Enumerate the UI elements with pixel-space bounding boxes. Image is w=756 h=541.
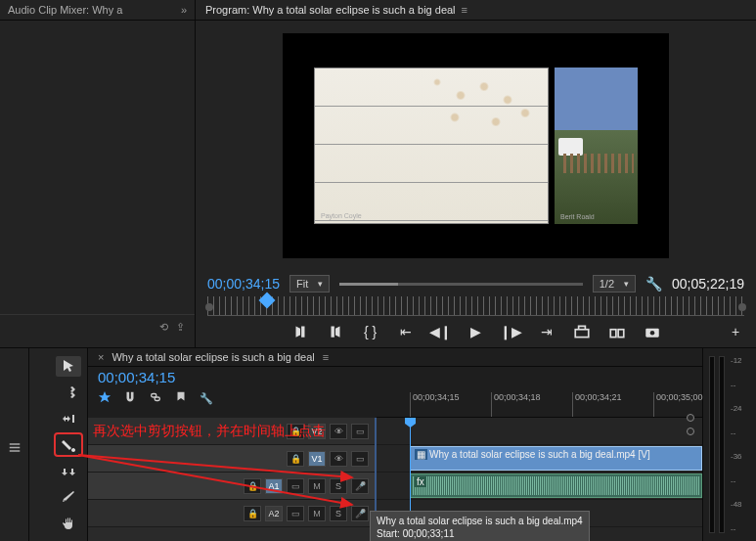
snap-icon[interactable] — [98, 390, 111, 406]
magnet-icon[interactable] — [123, 390, 137, 406]
program-title: Program: Why a total solar eclipse is su… — [205, 4, 456, 16]
timeline-ruler[interactable]: 00;00;34;15 00;00;34;18 00;00;34;21 00;0… — [377, 392, 702, 418]
export-frame-icon[interactable] — [644, 324, 661, 339]
audio-meter: -12 -- -24 -- -36 -- -48 -- — [702, 348, 756, 541]
settings-wrench-icon[interactable]: 🔧 — [200, 392, 213, 405]
panel-menu-icon[interactable]: ≡ — [462, 4, 467, 16]
timeline-timecode[interactable]: 00;00;34;15 — [88, 367, 377, 387]
annotation-text: 再次选中剪切按钮，并在时间轴上点击 — [93, 423, 326, 440]
program-scrubber[interactable] — [207, 296, 744, 316]
svg-point-4 — [649, 331, 654, 336]
preview-image-1: Payton Coyle — [314, 68, 549, 224]
extract-icon[interactable] — [608, 324, 626, 339]
scrubber-handle-end[interactable] — [738, 303, 746, 311]
annotation-arrow — [68, 430, 381, 528]
svg-rect-6 — [155, 397, 159, 401]
mark-out-icon[interactable] — [327, 324, 344, 339]
clip-tooltip: Why a total solar eclipse is such a big … — [370, 511, 590, 541]
audio-mixer-panel: Audio Clip Mixer: Why a » ⟲ ⇪ — [0, 0, 196, 347]
audio-mixer-title: Audio Clip Mixer: Why a — [8, 4, 175, 16]
current-timecode[interactable]: 00;00;34;15 — [207, 276, 280, 292]
step-forward-icon[interactable]: ❙▶ — [503, 324, 520, 339]
cycle-icon[interactable]: ⟲ — [159, 321, 168, 334]
step-back-icon[interactable]: ◀❙ — [432, 324, 450, 339]
svg-rect-2 — [618, 330, 624, 338]
meter-bar-left — [709, 356, 715, 533]
preview-image-2: Berit Roald — [555, 68, 638, 224]
fit-dropdown[interactable]: Fit▾ — [289, 275, 330, 293]
zoom-dropdown[interactable]: 1/2▾ — [593, 275, 636, 293]
mark-in-icon[interactable] — [291, 324, 309, 339]
marker-icon[interactable] — [174, 390, 188, 406]
scrubber-handle-start[interactable] — [205, 303, 213, 311]
audio-clip[interactable]: fx — [410, 473, 702, 498]
add-button-icon[interactable]: + — [727, 324, 744, 339]
track-select-tool[interactable] — [56, 383, 81, 403]
mark-clip-icon[interactable]: { } — [362, 324, 379, 339]
linked-selection-icon[interactable] — [149, 390, 162, 406]
project-panel-collapsed[interactable] — [0, 348, 29, 541]
sequence-title[interactable]: Why a total solar eclipse is such a big … — [111, 351, 314, 363]
duration-timecode: 00;05;22;19 — [672, 276, 744, 292]
share-icon[interactable]: ⇪ — [176, 321, 185, 334]
program-monitor-panel: Program: Why a total solar eclipse is su… — [196, 0, 756, 347]
play-icon[interactable]: ▶ — [467, 324, 485, 339]
expand-icon[interactable]: » — [181, 4, 187, 16]
video-clip[interactable]: ▦Why a total solar eclipse is such a big… — [410, 446, 702, 471]
lift-icon[interactable] — [573, 324, 591, 339]
track-expand-handle[interactable] — [687, 428, 694, 435]
go-to-out-icon[interactable]: ⇥ — [538, 324, 556, 339]
settings-icon[interactable]: 🔧 — [645, 276, 662, 292]
svg-line-7 — [78, 455, 352, 477]
close-sequence-icon[interactable]: × — [98, 351, 104, 363]
program-monitor[interactable]: Payton Coyle Berit Roald — [196, 21, 756, 271]
go-to-in-icon[interactable]: ⇤ — [397, 324, 415, 339]
sequence-menu-icon[interactable]: ≡ — [323, 351, 329, 363]
ripple-edit-tool[interactable] — [56, 408, 81, 428]
meter-bar-right — [719, 356, 725, 533]
svg-line-8 — [78, 455, 352, 505]
selection-tool[interactable] — [56, 356, 81, 377]
svg-rect-0 — [575, 330, 589, 338]
svg-rect-1 — [610, 330, 616, 338]
video-preview: Payton Coyle Berit Roald — [283, 33, 669, 258]
